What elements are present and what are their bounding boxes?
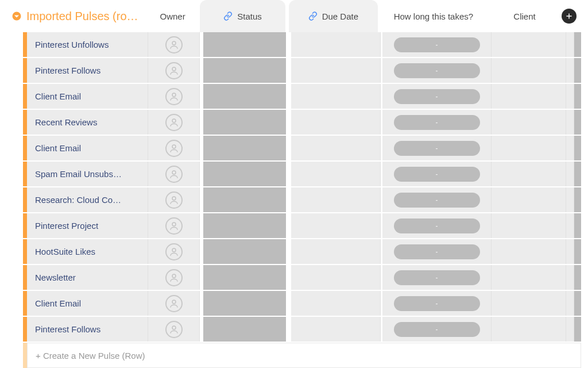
client-cell[interactable]	[492, 58, 566, 83]
owner-avatar-placeholder[interactable]	[165, 269, 183, 286]
status-value[interactable]	[203, 187, 286, 212]
duration-pill[interactable]: -	[394, 37, 480, 52]
add-column-button[interactable]	[562, 9, 577, 24]
due-date-cell[interactable]	[291, 162, 381, 186]
column-header-owner[interactable]: Owner	[147, 0, 198, 32]
owner-cell[interactable]	[148, 265, 200, 290]
status-value[interactable]	[203, 317, 286, 342]
due-date-cell[interactable]	[291, 58, 381, 83]
client-cell[interactable]	[492, 32, 566, 57]
due-date-cell[interactable]	[291, 239, 381, 264]
duration-pill[interactable]: -	[394, 89, 480, 104]
pulse-name[interactable]: Client Email	[27, 291, 148, 316]
status-cell[interactable]	[202, 84, 288, 109]
owner-avatar-placeholder[interactable]	[165, 114, 183, 131]
pulse-name[interactable]: Pinterest Project	[27, 213, 148, 238]
status-cell[interactable]	[202, 317, 288, 342]
pulse-name[interactable]: HootSuite Likes	[27, 239, 148, 264]
status-cell[interactable]	[202, 265, 288, 290]
owner-cell[interactable]	[148, 58, 200, 83]
client-cell[interactable]	[492, 110, 566, 135]
duration-cell[interactable]: -	[382, 136, 492, 160]
duration-cell[interactable]: -	[382, 162, 492, 186]
due-date-cell[interactable]	[291, 265, 381, 290]
status-cell[interactable]	[202, 32, 288, 57]
pulse-name[interactable]: Pinterest Follows	[27, 58, 148, 83]
due-date-cell[interactable]	[291, 110, 381, 135]
column-header-duration[interactable]: How long this takes?	[380, 0, 488, 32]
owner-cell[interactable]	[148, 291, 200, 316]
status-cell[interactable]	[202, 213, 288, 238]
status-cell[interactable]	[202, 291, 288, 316]
owner-cell[interactable]	[148, 239, 200, 264]
owner-cell[interactable]	[148, 84, 200, 109]
owner-cell[interactable]	[148, 162, 200, 186]
duration-pill[interactable]: -	[394, 296, 480, 311]
status-cell[interactable]	[202, 162, 288, 186]
duration-cell[interactable]: -	[382, 239, 492, 264]
client-cell[interactable]	[492, 84, 566, 109]
owner-avatar-placeholder[interactable]	[165, 243, 183, 260]
owner-avatar-placeholder[interactable]	[165, 88, 183, 105]
pulse-name[interactable]: Research: Cloud Co…	[27, 187, 148, 212]
client-cell[interactable]	[492, 187, 566, 212]
status-cell[interactable]	[202, 110, 288, 135]
duration-pill[interactable]: -	[394, 270, 480, 285]
duration-pill[interactable]: -	[394, 167, 480, 182]
group-title[interactable]: Imported Pulses (ro…	[26, 10, 138, 23]
duration-pill[interactable]: -	[394, 244, 480, 259]
owner-avatar-placeholder[interactable]	[165, 140, 183, 157]
pulse-name[interactable]: Client Email	[27, 84, 148, 109]
duration-pill[interactable]: -	[394, 141, 480, 156]
owner-avatar-placeholder[interactable]	[165, 295, 183, 312]
owner-avatar-placeholder[interactable]	[165, 191, 183, 209]
duration-pill[interactable]: -	[394, 322, 480, 337]
duration-pill[interactable]: -	[394, 63, 480, 78]
due-date-cell[interactable]	[291, 213, 381, 238]
owner-cell[interactable]	[148, 136, 200, 160]
status-value[interactable]	[203, 162, 286, 186]
owner-avatar-placeholder[interactable]	[165, 166, 183, 183]
duration-cell[interactable]: -	[382, 213, 492, 238]
pulse-name[interactable]: Client Email	[27, 136, 148, 160]
status-cell[interactable]	[202, 239, 288, 264]
status-value[interactable]	[203, 58, 286, 83]
status-value[interactable]	[203, 84, 286, 109]
column-header-client[interactable]: Client	[488, 0, 562, 32]
due-date-cell[interactable]	[291, 32, 381, 57]
pulse-name[interactable]: Recent Reviews	[27, 110, 148, 135]
create-pulse-input[interactable]: + Create a New Pulse (Row)	[27, 343, 581, 368]
create-new-pulse-row[interactable]: + Create a New Pulse (Row)	[7, 343, 581, 368]
owner-avatar-placeholder[interactable]	[165, 217, 183, 235]
column-header-status[interactable]: Status	[200, 0, 285, 32]
pulse-name[interactable]: Spam Email Unsubs…	[27, 162, 148, 186]
duration-pill[interactable]: -	[394, 115, 480, 130]
duration-cell[interactable]: -	[382, 84, 492, 109]
column-header-due-date[interactable]: Due Date	[289, 0, 378, 32]
status-cell[interactable]	[202, 187, 288, 212]
duration-pill[interactable]: -	[394, 218, 480, 233]
owner-cell[interactable]	[148, 110, 200, 135]
owner-cell[interactable]	[148, 32, 200, 57]
due-date-cell[interactable]	[291, 84, 381, 109]
duration-cell[interactable]: -	[382, 187, 492, 212]
client-cell[interactable]	[492, 317, 566, 342]
due-date-cell[interactable]	[291, 136, 381, 160]
status-value[interactable]	[203, 110, 286, 135]
client-cell[interactable]	[492, 213, 566, 238]
owner-cell[interactable]	[148, 187, 200, 212]
duration-cell[interactable]: -	[382, 32, 492, 57]
status-value[interactable]	[203, 136, 286, 160]
duration-cell[interactable]: -	[382, 58, 492, 83]
owner-avatar-placeholder[interactable]	[165, 62, 183, 79]
owner-cell[interactable]	[148, 317, 200, 342]
duration-cell[interactable]: -	[382, 291, 492, 316]
duration-cell[interactable]: -	[382, 317, 492, 342]
pulse-name[interactable]: Newsletter	[27, 265, 148, 290]
owner-cell[interactable]	[148, 213, 200, 238]
status-value[interactable]	[203, 239, 286, 264]
status-cell[interactable]	[202, 58, 288, 83]
duration-pill[interactable]: -	[394, 193, 480, 208]
status-cell[interactable]	[202, 136, 288, 160]
status-value[interactable]	[203, 213, 286, 238]
